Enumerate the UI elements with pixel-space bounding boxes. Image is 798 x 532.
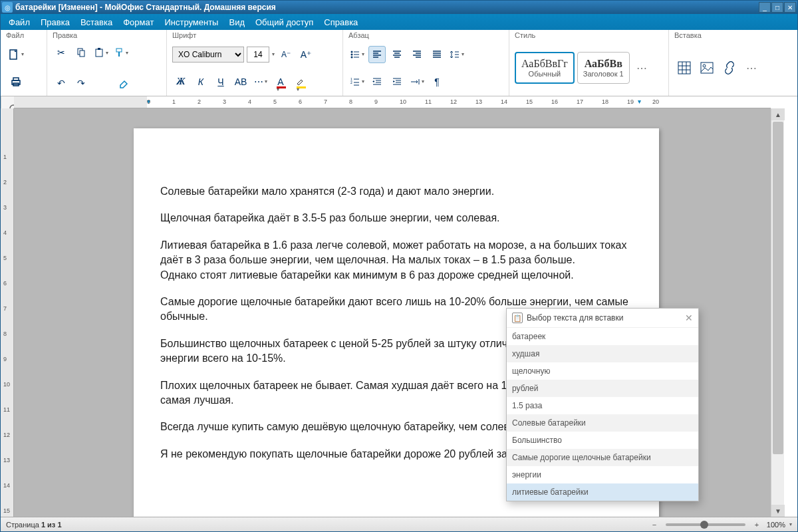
- menu-format[interactable]: Формат: [118, 17, 159, 27]
- group-label-file: Файл: [6, 31, 41, 42]
- underline-button[interactable]: Ч: [212, 73, 229, 90]
- insert-link-button[interactable]: [720, 58, 739, 78]
- align-right-button[interactable]: [408, 46, 426, 63]
- style-heading1[interactable]: АаБбВв Заголовок 1: [577, 52, 630, 84]
- align-justify-button[interactable]: [428, 46, 446, 63]
- menu-share[interactable]: Общий доступ: [250, 17, 319, 27]
- paste-option[interactable]: литиевые батарейки: [507, 483, 698, 501]
- paste-option[interactable]: рублей: [507, 380, 698, 397]
- svg-point-16: [703, 65, 706, 67]
- minimize-button[interactable]: _: [759, 2, 771, 13]
- svg-rect-8: [116, 49, 122, 52]
- paste-option[interactable]: 1.5 раза: [507, 397, 698, 414]
- increase-indent-button[interactable]: [388, 73, 406, 90]
- italic-button[interactable]: К: [192, 73, 209, 90]
- svg-rect-2: [13, 78, 19, 80]
- style-regular[interactable]: АаБбВвГг Обычный: [515, 52, 575, 84]
- svg-point-9: [351, 51, 353, 53]
- format-painter-button[interactable]: [112, 44, 130, 61]
- paste-button[interactable]: [92, 44, 110, 61]
- window-title: батарейки [Изменен] - МойОфис Стандартны…: [15, 3, 759, 12]
- paste-option[interactable]: батареек: [507, 328, 698, 345]
- highlight-color-button[interactable]: [292, 73, 309, 90]
- more-insert-button[interactable]: ⋯: [742, 62, 761, 74]
- menu-file[interactable]: Файл: [3, 17, 35, 27]
- menu-edit[interactable]: Правка: [35, 17, 75, 27]
- paste-option[interactable]: энергии: [507, 466, 698, 483]
- bold-button[interactable]: Ж: [172, 73, 190, 90]
- decrease-indent-button[interactable]: [368, 73, 386, 90]
- group-label-edit: Правка: [53, 31, 161, 42]
- decrease-font-button[interactable]: A⁻: [277, 46, 295, 63]
- ruler-horizontal[interactable]: ▾ ▾ 01234567891011121314151617181920: [14, 96, 771, 108]
- paragraph: Щелочная батарейка даёт в 3.5-5 раз боль…: [160, 211, 632, 225]
- zoom-out-button[interactable]: −: [648, 521, 660, 529]
- popup-header: 📋 Выбор текста для вставки ✕: [507, 309, 698, 328]
- new-document-button[interactable]: [6, 45, 26, 65]
- align-center-button[interactable]: [388, 46, 406, 63]
- tab-settings-button[interactable]: [408, 73, 426, 90]
- statusbar: Страница 1 из 1 − + 100% ▾: [1, 517, 797, 531]
- svg-rect-7: [98, 48, 100, 50]
- menu-insert[interactable]: Вставка: [75, 17, 118, 27]
- menu-view[interactable]: Вид: [223, 17, 250, 27]
- workspace: ▾ ▾ 01234567891011121314151617181920 123…: [1, 96, 797, 517]
- strikethrough-button[interactable]: AB: [232, 73, 249, 90]
- scroll-down-button[interactable]: ▼: [771, 505, 785, 517]
- eraser-button[interactable]: [115, 74, 132, 92]
- zoom-dropdown-icon[interactable]: ▾: [789, 521, 792, 527]
- undo-button[interactable]: ↶: [53, 74, 70, 92]
- paste-option[interactable]: Большинство: [507, 432, 698, 449]
- zoom-in-button[interactable]: +: [751, 521, 763, 529]
- font-size-input[interactable]: [247, 47, 269, 63]
- svg-point-11: [351, 56, 353, 58]
- ruler-vertical[interactable]: 12345678910111213141516: [1, 108, 14, 517]
- svg-point-10: [351, 53, 353, 55]
- align-left-button[interactable]: [368, 46, 386, 63]
- popup-close-button[interactable]: ✕: [685, 313, 693, 323]
- paragraph: Литиевая батарейка в 1.6 раза легче соле…: [160, 238, 632, 283]
- zoom-knob[interactable]: [700, 521, 708, 529]
- close-button[interactable]: ✕: [784, 2, 796, 13]
- titlebar: ◎ батарейки [Изменен] - МойОфис Стандарт…: [1, 1, 797, 14]
- paste-text-popup: 📋 Выбор текста для вставки ✕ батареек ху…: [506, 308, 699, 501]
- zoom-value: 100%: [767, 521, 785, 529]
- paste-option[interactable]: худшая: [507, 345, 698, 362]
- svg-rect-5: [80, 51, 84, 57]
- style-sample: АаБбВв: [583, 58, 624, 70]
- style-label: Обычный: [521, 70, 568, 78]
- paste-option[interactable]: Самые дорогие щелочные батарейки: [507, 449, 698, 466]
- scroll-thumb[interactable]: [773, 122, 783, 454]
- menu-tools[interactable]: Инструменты: [159, 17, 223, 27]
- print-button[interactable]: [6, 72, 26, 92]
- paste-option[interactable]: щелочную: [507, 362, 698, 380]
- zoom-slider[interactable]: [666, 523, 745, 526]
- line-spacing-button[interactable]: [448, 46, 466, 63]
- group-label-insert: Вставка: [674, 31, 777, 42]
- scrollbar-vertical[interactable]: ▲ ▼: [771, 108, 784, 517]
- bullet-list-button[interactable]: [348, 46, 366, 63]
- clipboard-icon: 📋: [512, 313, 523, 323]
- menu-help[interactable]: Справка: [319, 17, 363, 27]
- svg-text:2: 2: [350, 80, 352, 84]
- increase-font-button[interactable]: A⁺: [297, 46, 315, 63]
- redo-button[interactable]: ↷: [72, 74, 90, 92]
- paste-option[interactable]: Солевые батарейки: [507, 414, 698, 432]
- cut-button[interactable]: ✂: [53, 44, 70, 61]
- font-family-select[interactable]: XO Caliburn: [172, 47, 244, 63]
- app-icon: ◎: [2, 2, 13, 13]
- scroll-up-button[interactable]: ▲: [771, 108, 785, 120]
- svg-rect-14: [678, 62, 690, 74]
- insert-table-button[interactable]: [674, 58, 694, 78]
- svg-rect-6: [96, 49, 102, 57]
- group-label-paragraph: Абзац: [348, 31, 503, 42]
- more-styles-button[interactable]: ⋯: [632, 62, 651, 74]
- show-marks-button[interactable]: ¶: [428, 73, 446, 90]
- insert-image-button[interactable]: [697, 58, 717, 78]
- more-formatting-button[interactable]: ⋯: [252, 73, 269, 90]
- numbered-list-button[interactable]: 12: [348, 73, 366, 90]
- font-color-button[interactable]: A: [272, 73, 289, 90]
- style-label: Заголовок 1: [583, 70, 624, 78]
- maximize-button[interactable]: □: [771, 2, 783, 13]
- copy-button[interactable]: [72, 44, 90, 61]
